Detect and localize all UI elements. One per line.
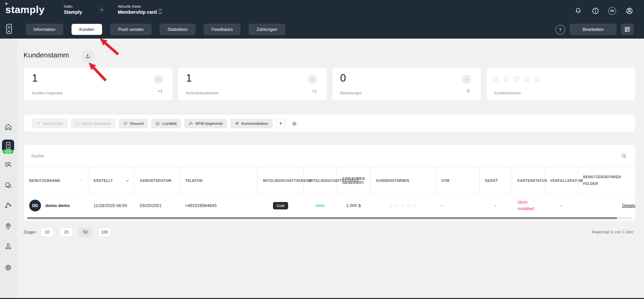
- table-row[interactable]: DD demo demo 11/28/2025 08:50 03/20/2001…: [24, 194, 636, 217]
- tab-information[interactable]: Information: [26, 24, 63, 35]
- col-verfallsdatum[interactable]: VERFALLSDATUM: [545, 167, 578, 194]
- col-geraet[interactable]: GERÄT: [479, 167, 512, 194]
- page-size-50[interactable]: 50: [79, 228, 92, 237]
- stamply-logo[interactable]: +stamply: [5, 4, 45, 15]
- stat-delta: +1: [158, 89, 163, 94]
- greeting-label: Hallo,: [64, 4, 82, 8]
- cell-mitgliedschaftsstatus: Aktiv: [304, 194, 337, 217]
- page-title: Kundenstamm: [24, 51, 69, 59]
- filter-icon: [36, 121, 41, 126]
- card-status-text: Nicht installiert: [518, 199, 539, 211]
- account-icon[interactable]: [4, 242, 12, 250]
- scrollbar-thumb[interactable]: [27, 217, 617, 219]
- chip-loyalitaet[interactable]: Loyalität: [151, 119, 181, 128]
- trend-flat-icon: –: [462, 75, 471, 84]
- smiley-icon: [155, 121, 160, 126]
- stat-delta: 0: [467, 89, 469, 94]
- top-header-bar: +stamply Hallo, Stamply Aktuelle Karte: …: [0, 0, 644, 39]
- chip-meine-segmente[interactable]: Meine Segmente: [71, 119, 116, 128]
- cell-einnahmen: 1.000 $: [337, 194, 371, 217]
- help-button[interactable]: ?: [555, 25, 565, 35]
- sort-chevron-icon[interactable]: [125, 179, 130, 183]
- greeting-name: Stamply: [64, 9, 82, 15]
- integrations-icon[interactable]: [4, 202, 12, 209]
- col-benutzerdefinierte-felder[interactable]: BENUTZERDEFINIERTE FELDER: [578, 167, 636, 194]
- info-icon[interactable]: [591, 7, 599, 15]
- current-card-name: Membership card ...: [118, 9, 162, 15]
- account-chevron-down-icon[interactable]: [99, 7, 105, 13]
- logo-plus-mark: +: [5, 1, 8, 6]
- col-kundenstimmen[interactable]: KUNDENSTIMMEN: [370, 167, 435, 194]
- customer-name: demo demo: [45, 203, 70, 208]
- cell-verfallsdatum: -: [545, 194, 578, 217]
- rating-stars: ☆☆☆☆☆: [492, 73, 544, 84]
- col-mitgliedschaftsebene[interactable]: MITGLIEDSCHAFTSEBENE: [257, 167, 303, 194]
- chip-rfm-segmente[interactable]: RFM-Segmente: [184, 119, 227, 128]
- current-card-label: Aktuelle Karte:: [118, 4, 162, 8]
- stat-label: Bewertungen: [340, 91, 362, 95]
- page-size-20[interactable]: 20: [60, 228, 73, 237]
- card-chevron-down-icon[interactable]: [157, 7, 163, 13]
- page-size-label: Zeigen: [24, 230, 36, 235]
- table-search-row: [24, 145, 635, 167]
- nodes-icon: [189, 121, 193, 126]
- language-selector[interactable]: De: [608, 7, 616, 15]
- col-kartenstatus[interactable]: KARTENSTATUS: [512, 167, 545, 194]
- stat-label: Kartentransaktionen: [186, 91, 219, 95]
- chip-meine-filter[interactable]: Meine Filter: [32, 119, 67, 128]
- col-mitgliedschaftsstatus[interactable]: MITGLIEDSCHAFTSSTATUS: [303, 167, 336, 194]
- cell-erstellt: 11/28/2025 08:50: [88, 194, 135, 217]
- cell-kundenstimmen: ☆☆☆☆☆: [370, 194, 435, 217]
- send-icon: [235, 121, 239, 126]
- left-sidebar: NEW: [0, 39, 16, 299]
- search-icon[interactable]: [621, 153, 627, 159]
- tab-zahlungen[interactable]: Zahlungen: [249, 24, 285, 35]
- tab-feedbacks[interactable]: Feedbacks: [204, 24, 241, 35]
- stat-card-customers: 1 Kunden insgesamt ↑ +1: [24, 67, 173, 101]
- qr-code-button[interactable]: [621, 24, 634, 35]
- tab-push-senden[interactable]: Push senden: [110, 24, 151, 35]
- col-erstellt[interactable]: ERSTELLT: [88, 167, 134, 194]
- page-size-10[interactable]: 10: [41, 228, 54, 237]
- filter-settings-gear-icon[interactable]: [291, 121, 297, 127]
- col-geburtsdatum[interactable]: GEBURTSDATUM: [134, 167, 180, 194]
- stat-value: 1: [186, 72, 192, 84]
- folder-icon: [75, 121, 80, 126]
- col-telefon[interactable]: TELEFON: [179, 167, 257, 194]
- horizontal-scrollbar[interactable]: [27, 217, 633, 219]
- locations-icon[interactable]: [4, 222, 12, 230]
- row-rating-stars: ☆☆☆☆☆: [388, 202, 418, 209]
- filters-card: Meine Filter Meine Segmente Gesund Loyal…: [24, 114, 636, 132]
- tab-statistiken[interactable]: Statistiken: [160, 24, 195, 35]
- chat-icon[interactable]: [4, 182, 12, 189]
- notifications-bell-icon[interactable]: [574, 7, 582, 15]
- stat-value: 1: [32, 72, 38, 84]
- trend-up-icon: ↑: [154, 75, 163, 84]
- stat-label: Kundenstimmen: [494, 91, 521, 95]
- page-size-100[interactable]: 100: [98, 228, 111, 237]
- home-icon[interactable]: [4, 123, 12, 131]
- add-filter-button[interactable]: +: [276, 119, 285, 128]
- current-card-selector[interactable]: Aktuelle Karte: Membership card ...: [118, 4, 162, 15]
- chip-gesund[interactable]: Gesund: [119, 119, 148, 128]
- stat-card-reviews: 0 Bewertungen – 0: [332, 67, 481, 101]
- sort-chevron-icon[interactable]: [79, 179, 83, 183]
- edit-button[interactable]: Bearbeiten: [570, 24, 616, 35]
- download-customers-button[interactable]: [82, 50, 93, 62]
- heart-icon: [123, 121, 128, 126]
- col-utm[interactable]: UTM: [435, 167, 479, 194]
- stat-card-transactions: 1 Kartentransaktionen ↑ +1: [178, 67, 327, 101]
- account-greeting[interactable]: Hallo, Stamply: [64, 4, 82, 15]
- customers-icon[interactable]: [4, 161, 12, 168]
- stat-label: Kunden insgesamt: [32, 91, 62, 95]
- page-size-buttons: 10 20 50 100: [41, 228, 111, 237]
- search-input[interactable]: [31, 145, 602, 167]
- device-preview-icon[interactable]: [5, 23, 13, 34]
- tab-kunden[interactable]: Kunden: [72, 24, 102, 35]
- settings-gear-icon[interactable]: [4, 264, 12, 271]
- stat-value: 0: [340, 72, 346, 84]
- chip-kommunikation[interactable]: Kommunikation: [230, 119, 272, 128]
- col-benutzername[interactable]: BENUTZERNAME: [24, 167, 88, 194]
- user-profile-icon[interactable]: [625, 7, 633, 15]
- details-link[interactable]: Details (Rü: [622, 203, 636, 208]
